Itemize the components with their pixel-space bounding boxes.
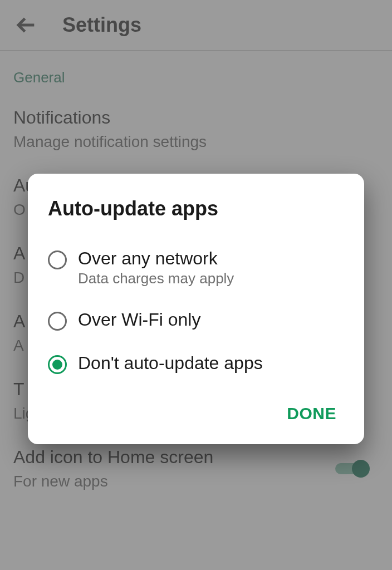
auto-update-dialog: Auto-update apps Over any network Data c… [28,174,364,444]
done-button[interactable]: DONE [279,399,344,429]
radio-icon [48,250,67,269]
option-over-wifi-only[interactable]: Over Wi-Fi only [48,302,344,345]
option-label: Don't auto-update apps [78,353,263,374]
option-sub: Data charges may apply [78,270,234,287]
option-dont-auto-update[interactable]: Don't auto-update apps [48,345,344,389]
option-label: Over Wi-Fi only [78,309,200,330]
dialog-title: Auto-update apps [48,197,344,220]
option-over-any-network[interactable]: Over any network Data charges may apply [48,240,344,302]
radio-icon [48,312,67,331]
radio-icon [48,355,67,374]
option-label: Over any network [78,248,234,269]
